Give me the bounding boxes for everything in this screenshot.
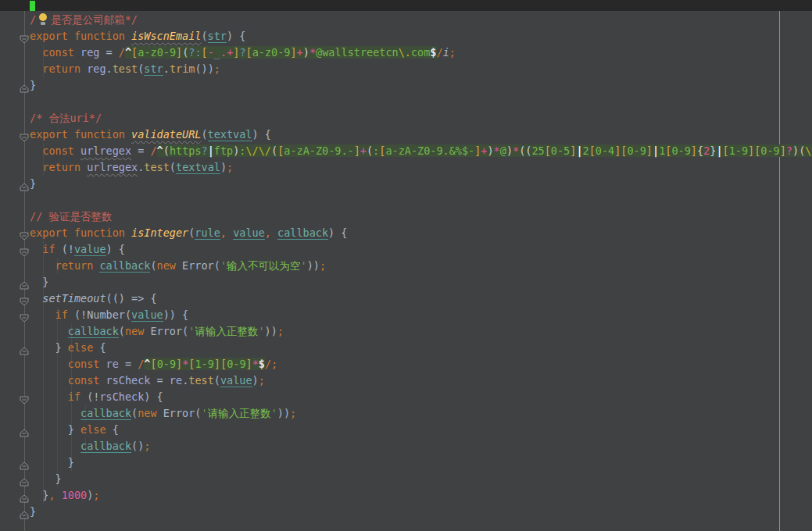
fold-region-end-icon[interactable]: [20, 180, 29, 188]
fold-region-end-icon[interactable]: [20, 344, 29, 352]
code-token: [: [589, 144, 596, 157]
code-line[interactable]: if (!Number(value)) {: [0, 307, 812, 323]
code-token: [30, 325, 68, 337]
code-token: reg: [80, 46, 99, 59]
code-token: textval: [208, 128, 252, 141]
code-line[interactable]: export function validateURL(textval) {: [0, 127, 812, 143]
code-token: const: [68, 374, 100, 387]
fold-region-start-icon[interactable]: [20, 245, 29, 254]
code-line[interactable]: callback();: [0, 438, 812, 454]
fold-region-end-icon[interactable]: [20, 81, 29, 90]
code-token: (: [201, 128, 207, 141]
fold-region-start-icon[interactable]: [20, 294, 29, 303]
code-token: ]: [176, 46, 182, 59]
fold-region-start-icon[interactable]: [20, 32, 29, 41]
code-token: ^: [157, 144, 163, 157]
code-token: ;: [227, 161, 233, 173]
code-token: new: [157, 259, 176, 272]
code-line[interactable]: }: [0, 176, 812, 192]
code-line[interactable]: if (!value) {: [0, 241, 812, 258]
code-token: [: [723, 144, 729, 157]
fold-region-end-icon[interactable]: [20, 475, 29, 483]
code-line[interactable]: }: [0, 471, 812, 487]
code-line[interactable]: export function isWscnEmail(str) {: [0, 28, 812, 45]
code-line[interactable]: } else {: [0, 340, 812, 356]
code-token: (!: [55, 243, 74, 255]
code-line[interactable]: }: [0, 454, 812, 471]
code-token: ]: [354, 144, 360, 157]
fold-region-start-icon[interactable]: [20, 130, 29, 139]
code-token: a-z0-9: [252, 46, 291, 59]
code-token: .: [163, 62, 170, 75]
code-token: // 验证是否整数: [30, 210, 112, 223]
code-line[interactable]: return callback(new Error('输入不可以为空'));: [0, 258, 812, 274]
code-token: else: [68, 341, 94, 354]
code-token: if: [68, 390, 80, 403]
fold-region-end-icon[interactable]: [20, 278, 29, 287]
text-caret: [30, 1, 35, 11]
code-line[interactable]: /* 合法uri*/: [0, 110, 812, 127]
fold-region-end-icon[interactable]: [20, 426, 29, 434]
code-line[interactable]: [0, 192, 812, 208]
code-token: (!Number(: [68, 308, 131, 321]
code-line[interactable]: // 验证是否整数: [0, 208, 812, 225]
code-line[interactable]: /是否是公司邮箱*/: [0, 12, 812, 28]
code-token: [227, 226, 233, 239]
code-token: ?: [202, 144, 208, 157]
code-token: callback: [68, 325, 119, 338]
code-token: /: [265, 358, 271, 370]
code-line[interactable]: }: [0, 77, 812, 94]
code-token: a-zA-Z0-9.-: [284, 144, 353, 157]
code-token: [: [545, 144, 551, 157]
code-line[interactable]: const reg = /^[a-z0-9](?:[-_.+]?[a-z0-9]…: [0, 45, 812, 61]
code-token: rsCheck: [106, 374, 151, 387]
fold-region-end-icon[interactable]: [20, 458, 29, 467]
code-line[interactable]: const re = /^[0-9]*[1-9][0-9]*$/;: [0, 356, 812, 372]
code-token: ': [258, 325, 264, 337]
code-token: (: [150, 259, 156, 272]
code-token: (: [214, 374, 220, 387]
fold-region-start-icon[interactable]: [20, 393, 29, 401]
code-line[interactable]: callback(new Error('请输入正整数'));: [0, 405, 812, 422]
code-line[interactable]: }, 1000);: [0, 487, 812, 504]
fold-region-end-icon[interactable]: [20, 491, 29, 500]
code-line[interactable]: export function isInteger(rule, value, c…: [0, 225, 812, 241]
code-line[interactable]: const urlregex = /^(https?|ftp):\/\/([a-…: [0, 143, 812, 159]
code-token: ;: [271, 358, 277, 370]
code-editor[interactable]: /是否是公司邮箱*/export function isWscnEmail(st…: [0, 0, 812, 531]
code-token: }: [30, 423, 80, 436]
intention-bulb-icon[interactable]: [38, 13, 48, 25]
fold-region-start-icon[interactable]: [20, 229, 29, 237]
code-token: reg: [87, 62, 106, 75]
code-line[interactable]: }: [0, 504, 812, 520]
code-token: ,: [265, 226, 271, 239]
code-token: [99, 358, 106, 370]
code-token: isInteger: [131, 226, 188, 239]
code-token: const: [68, 358, 100, 370]
code-line[interactable]: return reg.test(str.trim());: [0, 61, 812, 77]
code-line[interactable]: [0, 94, 812, 110]
code-token: test: [144, 161, 170, 173]
code-line[interactable]: }: [0, 274, 812, 290]
code-token: *: [309, 46, 316, 59]
code-token: ': [301, 259, 307, 272]
code-token: .+: [220, 46, 233, 59]
code-token: )): [265, 325, 277, 337]
code-token: [30, 161, 42, 173]
code-line[interactable]: } else {: [0, 422, 812, 438]
fold-region-end-icon[interactable]: [20, 508, 29, 516]
code-line[interactable]: return urlregex.test(textval);: [0, 159, 812, 176]
code-line[interactable]: callback(new Error('请输入正整数'));: [0, 323, 812, 340]
code-token: $: [430, 46, 436, 59]
code-line[interactable]: const rsCheck = re.test(value);: [0, 372, 812, 389]
code-token: ) {: [252, 128, 271, 141]
code-token: |: [716, 144, 722, 157]
code-token: ]: [214, 358, 220, 370]
fold-region-start-icon[interactable]: [20, 311, 29, 319]
code-token: 请输入正整数: [195, 325, 258, 337]
code-line[interactable]: setTimeout(() => {: [0, 290, 812, 307]
code-token: ;: [214, 62, 220, 75]
code-line[interactable]: if (!rsCheck) {: [0, 389, 812, 405]
code-token: .: [106, 62, 113, 75]
code-token: )): [307, 259, 320, 272]
